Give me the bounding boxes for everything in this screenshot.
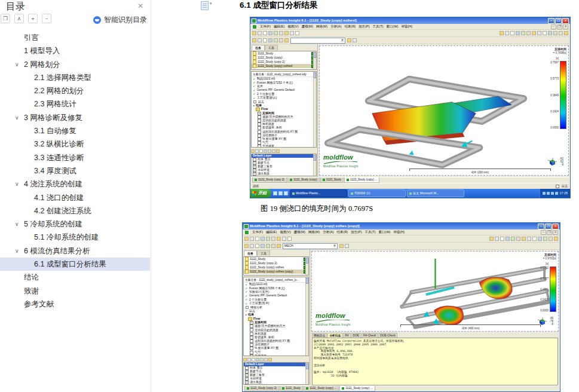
toc-item[interactable]: ∨ 2.3 网格统计 xyxy=(0,97,150,111)
check-icon: ✔ xyxy=(245,283,248,286)
taskbar-window-label: Moldflow Plastic... xyxy=(296,192,321,195)
chevron-down-icon: ▾ xyxy=(341,39,344,42)
result-label: 气穴 xyxy=(255,351,261,354)
layer-label: 浇注系统 xyxy=(258,172,269,176)
task-label: 2 个注射位置 xyxy=(249,298,266,302)
study-tab-label: 1122_Study (copy) ... xyxy=(350,178,377,182)
study-doc-icon xyxy=(245,257,249,261)
quick-launch-icon xyxy=(278,191,283,195)
sidebar-tool-button[interactable]: ∧ xyxy=(14,14,24,23)
study-item: 1122_Study (copy) xxihes (copy) xyxy=(244,270,308,274)
chevron-down-icon[interactable]: ∨ xyxy=(15,218,19,231)
chevron-down-icon[interactable]: ∨ xyxy=(15,244,19,258)
figure-moldflow-screenshot-1[interactable]: Moldflow Plastics Insight 6.1 - [1122_St… xyxy=(250,17,571,198)
toc-item[interactable]: ∨ 2.2 网格的划分 xyxy=(0,84,150,97)
toc-item[interactable]: ∨ 引言 xyxy=(0,31,150,44)
toc-item[interactable]: ∨ 3 网格诊断及修复 xyxy=(0,111,150,124)
toolbar-icon xyxy=(263,38,267,42)
scrollbar xyxy=(313,51,316,69)
toolbar-icon xyxy=(500,237,504,241)
toc-item-label: 5.1 冷却系统的创建 xyxy=(34,233,99,241)
child-window-icon xyxy=(252,24,257,29)
toolbar-icon xyxy=(271,244,275,248)
window-title-bar: Moldflow Plastics Insight 6.1 - [1122_St… xyxy=(250,17,570,24)
close-icon[interactable]: ✕ xyxy=(137,2,143,10)
chevron-down-icon[interactable]: ∨ xyxy=(15,177,19,191)
panel-tab: 任务 xyxy=(244,250,257,256)
panel-tab: 工具 xyxy=(257,250,270,256)
result-label: 速度/压力切换时的压力 xyxy=(262,115,293,119)
toc-item[interactable]: ∨ 3.1 自动修复 xyxy=(0,124,150,137)
toc-item[interactable]: ∨ 3.2 纵横比诊断 xyxy=(0,137,150,151)
task-panel: 任务工具 1122_Study 1122_Study (copy) 1122_S… xyxy=(250,44,318,177)
study-tab-icon xyxy=(306,387,308,390)
sidebar-tool-button[interactable]: ❐ xyxy=(1,14,10,23)
toolbar-icon xyxy=(271,237,275,241)
toc-item[interactable]: ∨ 6.1 成型窗口分析结果 xyxy=(0,258,150,271)
legend-tick: 0.0000 xyxy=(540,309,549,312)
menu-item: 文件(F) xyxy=(252,230,263,234)
toolbar-icon xyxy=(549,237,553,241)
sidebar-tool-button[interactable]: － xyxy=(42,14,51,23)
toolbar-icon xyxy=(564,31,568,35)
task-header: 方案任务 : 1122_study_(copy)_xxihes_(c... xyxy=(245,278,305,283)
smart-toc-button[interactable]: 智能识别目录 xyxy=(93,15,147,25)
toc-item-label: 3.3 连通性诊断 xyxy=(34,154,84,162)
toc-item-label: 4.1 浇口的创建 xyxy=(34,194,84,202)
layer-label: 新建节点 xyxy=(258,176,269,176)
study-tab-icon xyxy=(247,387,249,390)
result-legend: 充填时间 = 0.9703[s] [s] 0.97020.72770.48510… xyxy=(540,253,556,312)
checkbox-icon: ✔ xyxy=(250,351,253,354)
scrollbar xyxy=(305,277,308,356)
toc-item[interactable]: ∨ 2 网格划分 xyxy=(0,58,150,71)
taskbar-window-label: 论文 Microsoft W... xyxy=(413,192,439,195)
logo-swoosh xyxy=(323,161,358,164)
section-heading: 6.1 成型窗口分析结果 xyxy=(240,0,318,11)
toc-item[interactable]: ∨ 1 模型导入 xyxy=(0,44,150,57)
study-tab: 1122_Study (copy) ... xyxy=(344,177,379,183)
tray-icon xyxy=(543,192,546,195)
toc-item[interactable]: ∨ 4.2 创建浇注系统 xyxy=(0,204,150,218)
toc-item[interactable]: ∨ 3.4 厚度测试 xyxy=(0,164,150,177)
log-tab: 分析日志 xyxy=(327,333,342,338)
taskbar-window-icon xyxy=(409,192,412,195)
toc-item-label: 2.1 选择网格类型 xyxy=(34,74,91,82)
toc-item[interactable]: ∨ 2.1 选择网格类型 xyxy=(0,71,150,84)
toc-item[interactable]: ∨ 4.1 浇口的创建 xyxy=(0,191,150,204)
toc-item[interactable]: ∨ 4 浇注系统的创建 xyxy=(0,177,150,191)
toc-item[interactable]: ∨ 5 冷却系统的创建 xyxy=(0,218,150,231)
smart-toc-label: 智能识别目录 xyxy=(104,15,147,25)
toc-sidebar: 目录 ✕ ❐∧＋－ 智能识别目录 ∨ 引言 ∨ 1 模型导入 ∨ 2 网格划分 … xyxy=(0,0,151,392)
layer-label: 柱体 显示 xyxy=(250,366,262,370)
panel-tab: 任务 xyxy=(252,45,265,50)
child-window-button: ✕ xyxy=(563,24,568,29)
result-item: ✔ 平均速度 xyxy=(253,145,313,148)
figure-moldflow-screenshot-2[interactable]: Moldflow Plastics Insight 6.1 - [1122_St… xyxy=(242,222,560,392)
toc-item[interactable]: ∨ 结论 xyxy=(0,271,150,284)
paste-options-button[interactable]: ▾ xyxy=(201,1,214,10)
toolbar-icon xyxy=(252,31,256,35)
toc-item[interactable]: ∨ 参考文献 xyxy=(0,298,150,311)
chevron-down-icon[interactable]: ∨ xyxy=(15,111,19,124)
chevron-down-icon[interactable]: ∨ xyxy=(15,58,19,71)
toolbar-icon xyxy=(244,244,249,248)
toolbar-icon xyxy=(347,38,351,42)
toc-item[interactable]: ∨ 6 模流仿真结果分析 xyxy=(0,244,150,258)
toc-item[interactable]: ∨ 3.3 连通性诊断 xyxy=(0,151,150,164)
toolbar-icon xyxy=(511,237,515,241)
toolbar-icon xyxy=(521,31,525,35)
study-item: 1122_Study xyxy=(252,51,316,56)
toc-item[interactable]: ∨ 5.1 冷却系统的创建 xyxy=(0,231,150,244)
layer-item: ✔ 新建节点 xyxy=(252,176,316,176)
study-item: 1122_Study (copy) xyxy=(252,56,316,60)
toolbar-main xyxy=(243,235,560,243)
layers-list: Default Layer ✔ 柱体 显示 ✔ 新建节点 ✔ 新建三角形 xyxy=(243,362,309,385)
legend-tick: 0.7697 xyxy=(550,61,559,64)
log-tab: Fill xyxy=(343,333,350,338)
study-tab-label: 1122_Study xyxy=(326,178,341,182)
study-name: 1122_Study (copy 2) xyxy=(258,60,285,64)
sidebar-tool-button[interactable]: ＋ xyxy=(28,14,38,23)
toolbar-icon xyxy=(277,244,281,248)
toc-item[interactable]: ∨ 致谢 xyxy=(0,284,150,298)
window-button: ✕ xyxy=(552,223,559,229)
